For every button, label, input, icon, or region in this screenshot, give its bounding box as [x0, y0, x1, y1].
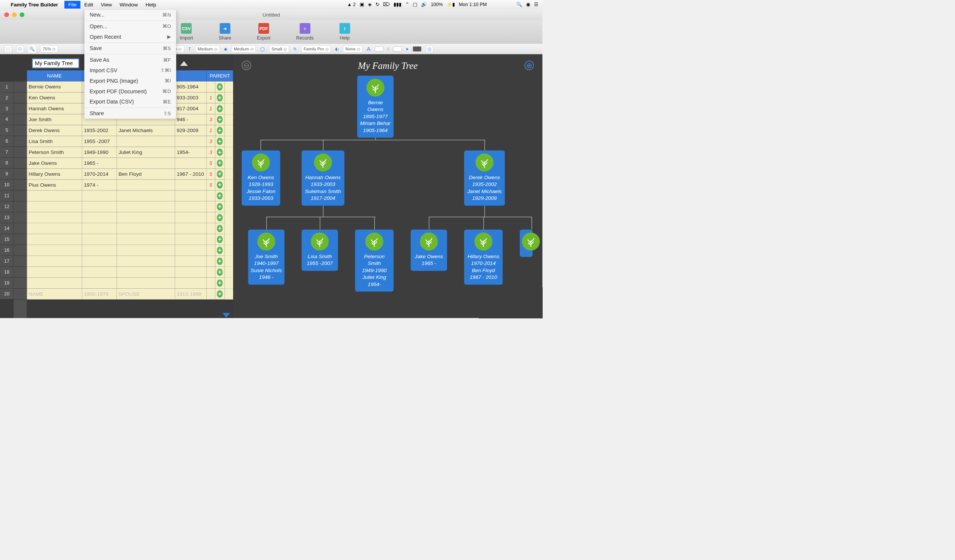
- add-row-button[interactable]: +: [217, 149, 222, 156]
- tree-canvas[interactable]: ⊖ My Family Tree ⊕ Bernie Owens1895-1977…: [233, 54, 542, 318]
- row-number[interactable]: 9: [0, 168, 14, 179]
- row-number[interactable]: 14: [0, 223, 14, 234]
- menu-item-open-[interactable]: Open...⌘O: [85, 21, 176, 31]
- wifi-icon[interactable]: ⌃: [405, 2, 409, 8]
- notifications-icon[interactable]: ☰: [534, 2, 538, 8]
- add-row-button[interactable]: +: [217, 203, 222, 211]
- add-row-button[interactable]: +: [217, 257, 222, 265]
- tree-node-hillary[interactable]: Hillary Owens1970-2014Ben Floyd1967 - 20…: [464, 229, 503, 284]
- add-row-button[interactable]: +: [217, 94, 222, 101]
- zoom-out-button[interactable]: ⊖: [242, 61, 251, 70]
- tree-node-ken[interactable]: Ken Owens1928-1993Jessie Falon1933-2003: [242, 151, 280, 206]
- table-row[interactable]: +: [27, 245, 233, 256]
- add-row-button[interactable]: +: [217, 290, 222, 297]
- add-row-button[interactable]: +: [217, 214, 222, 221]
- add-row-button[interactable]: +: [217, 170, 222, 178]
- timemachine-icon[interactable]: ↻: [376, 2, 379, 8]
- siri-icon[interactable]: ◉: [526, 2, 530, 8]
- effect-select[interactable]: None ◇: [343, 45, 363, 52]
- row-number[interactable]: 20: [0, 289, 14, 299]
- tree-node-pius[interactable]: [520, 229, 532, 257]
- table-row[interactable]: Lisa Smith1955 -20073+: [27, 136, 233, 147]
- tree-node-joe[interactable]: Joe Smith1940-1997Susie Nichols1946 -: [248, 229, 285, 284]
- tree-node-root[interactable]: Bernie Owens1895-1977Miriam Behar1905-19…: [357, 76, 394, 138]
- table-row[interactable]: Peterson Smith1949-1990Juliet King1954-3…: [27, 147, 233, 158]
- table-row[interactable]: +: [27, 278, 233, 289]
- profile-select[interactable]: Family Pro ◇: [301, 45, 331, 52]
- fill-color[interactable]: [413, 46, 421, 51]
- row-number[interactable]: 7: [0, 147, 14, 158]
- toolbar-export[interactable]: PDFExport: [257, 23, 270, 41]
- tree-node-derek[interactable]: Derek Owens1935-2002Janet Michaels1929-2…: [464, 151, 505, 206]
- row-number[interactable]: 1: [0, 81, 14, 92]
- tree-node-lisa[interactable]: Lisa Smith1955 -2007: [302, 229, 338, 271]
- size1-select[interactable]: Medium ◇: [196, 45, 220, 52]
- add-row-button[interactable]: +: [217, 225, 222, 232]
- row-number[interactable]: 17: [0, 256, 14, 267]
- tree-title-input[interactable]: [32, 59, 79, 69]
- panel-button[interactable]: ◫: [426, 45, 433, 53]
- menu-item-import-csv[interactable]: Import CSV⇧⌘I: [85, 65, 176, 76]
- layout-button[interactable]: ⬚: [4, 45, 12, 53]
- row-number[interactable]: 19: [0, 278, 14, 289]
- tree-node-jake[interactable]: Jake Owens1965 -: [411, 229, 448, 271]
- hierarchy-button[interactable]: ⚇: [16, 45, 24, 53]
- header-name[interactable]: NAME: [27, 70, 83, 82]
- line-color[interactable]: [393, 46, 402, 51]
- menu-item-export-png-image-[interactable]: Export PNG (Image)⌘I: [85, 76, 176, 86]
- menu-item-save[interactable]: Save⌘S: [85, 43, 176, 54]
- airplay-icon[interactable]: ▢: [413, 2, 417, 8]
- maximize-button[interactable]: [20, 12, 24, 17]
- table-row[interactable]: Derek Owens1935-2002Janet Michaels929-20…: [27, 125, 233, 136]
- menu-item-export-pdf-document-[interactable]: Export PDF (Document)⌘D: [85, 86, 176, 97]
- add-row-button[interactable]: +: [217, 246, 222, 254]
- add-row-button[interactable]: +: [217, 138, 222, 145]
- dropbox-icon[interactable]: ◈: [368, 2, 372, 8]
- row-number[interactable]: 2: [0, 92, 14, 103]
- toolbar-help[interactable]: iHelp: [339, 23, 350, 41]
- menu-item-new-[interactable]: New...⌘N: [85, 10, 176, 20]
- row-number[interactable]: 6: [0, 136, 14, 147]
- battery-pct[interactable]: 100%: [431, 2, 443, 8]
- menu-item-open-recent[interactable]: Open Recent▶: [85, 31, 176, 42]
- bluetooth-icon[interactable]: ⌦: [383, 2, 390, 8]
- spotlight-icon[interactable]: 🔍: [516, 2, 522, 8]
- expand-down-icon[interactable]: [222, 313, 230, 318]
- drive-icon[interactable]: ▣: [360, 2, 364, 8]
- row-number[interactable]: 12: [0, 201, 14, 212]
- menu-file[interactable]: File: [64, 1, 80, 8]
- adobe-icon[interactable]: ▲ 2: [347, 2, 356, 8]
- menu-window[interactable]: Window: [116, 1, 142, 8]
- add-row-button[interactable]: +: [217, 236, 222, 243]
- add-row-button[interactable]: +: [217, 159, 222, 167]
- add-row-button[interactable]: +: [217, 83, 222, 90]
- zoom-button[interactable]: 🔍: [28, 45, 36, 53]
- menu-view[interactable]: View: [97, 1, 116, 8]
- minimize-button[interactable]: [12, 12, 17, 17]
- row-number[interactable]: 8: [0, 158, 14, 168]
- toolbar-share[interactable]: ➜Share: [219, 23, 231, 41]
- row-number[interactable]: 13: [0, 212, 14, 223]
- menu-item-export-data-csv-[interactable]: Export Data (CSV)⌘E: [85, 97, 176, 107]
- row-number[interactable]: 11: [0, 190, 14, 201]
- menu-item-save-as[interactable]: Save As⌘F: [85, 55, 176, 65]
- table-row[interactable]: Jake Owens1965 -5+: [27, 158, 233, 168]
- size3-select[interactable]: Small ◇: [269, 45, 289, 52]
- menu-edit[interactable]: Edit: [81, 1, 97, 8]
- volume-icon[interactable]: 🔊: [421, 2, 427, 8]
- row-number[interactable]: 3: [0, 103, 14, 114]
- add-row-button[interactable]: +: [217, 192, 222, 200]
- table-row[interactable]: +: [27, 256, 233, 267]
- table-row[interactable]: +: [27, 190, 233, 201]
- table-row[interactable]: +: [27, 223, 233, 234]
- add-row-button[interactable]: +: [217, 116, 222, 123]
- table-row[interactable]: +: [27, 234, 233, 245]
- row-number[interactable]: 10: [0, 179, 14, 190]
- table-row[interactable]: Hillary Owens1970-2014Ben Floyd1967 - 20…: [27, 168, 233, 179]
- row-number[interactable]: 16: [0, 245, 14, 256]
- zoom-select[interactable]: 75% ◇: [40, 45, 58, 52]
- close-button[interactable]: [4, 12, 9, 17]
- table-row[interactable]: NAME1900-1979SPOUSE1915-1999+: [27, 289, 233, 299]
- app-name[interactable]: Family Tree Builder: [11, 2, 58, 8]
- add-row-button[interactable]: +: [217, 279, 222, 286]
